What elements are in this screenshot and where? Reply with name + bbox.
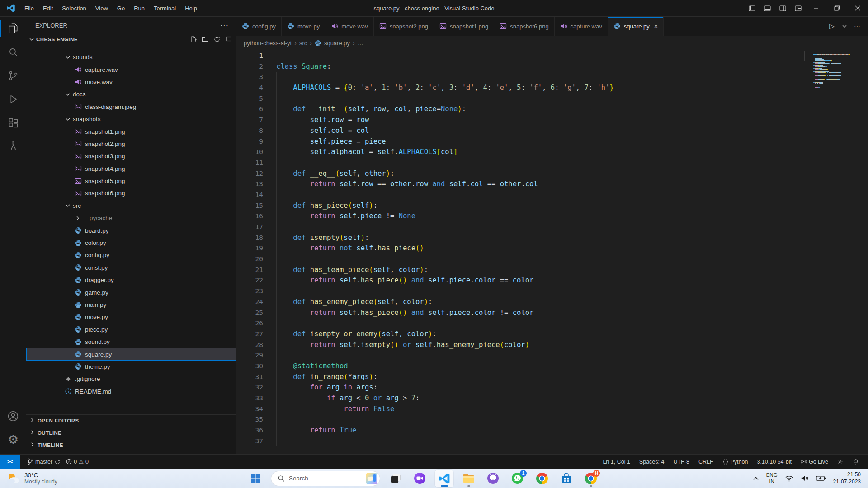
feedback-icon[interactable] [835, 459, 846, 465]
explorer-icon[interactable] [0, 17, 26, 40]
eol-sequence[interactable]: CRLF [696, 459, 716, 465]
breadcrumb-item[interactable]: src [299, 40, 307, 47]
menu-terminal[interactable]: Terminal [149, 3, 180, 14]
run-debug-icon[interactable] [0, 87, 26, 111]
file-README.md[interactable]: README.md [26, 385, 236, 398]
file-color.py[interactable]: color.py [26, 237, 236, 249]
code-line-13[interactable]: 13 return self.row == other.row and self… [236, 179, 868, 190]
explorer-more-actions[interactable]: ··· [220, 21, 229, 29]
taskbar-chrome-profile-icon[interactable]: H [581, 470, 600, 487]
code-line-1[interactable]: 1 [236, 51, 868, 61]
section-timeline[interactable]: TIMELINE [26, 439, 236, 451]
code-line-20[interactable]: 20 [236, 254, 868, 265]
file-board.py[interactable]: board.py [26, 224, 236, 236]
file-const.py[interactable]: const.py [26, 262, 236, 274]
menu-selection[interactable]: Selection [57, 3, 90, 14]
code-line-16[interactable]: 16 return self.piece != None [236, 211, 868, 222]
code-line-21[interactable]: 21 def has_team_piece(self, color): [236, 265, 868, 276]
minimize-button[interactable] [806, 0, 826, 16]
code-editor[interactable]: 12class Square:34 ALPHACOLS = {0: 'a', 1… [236, 50, 868, 454]
editor-more-actions-icon[interactable]: ··· [852, 21, 863, 32]
customize-layout-icon[interactable] [790, 2, 806, 14]
code-line-17[interactable]: 17 [236, 222, 868, 233]
tab-config.py[interactable]: config.py [236, 17, 282, 36]
tab-capture.wav[interactable]: capture.wav [555, 17, 608, 36]
folder-docs[interactable]: docs [26, 88, 236, 100]
file-snapshot1.png[interactable]: snapshot1.png [26, 125, 236, 137]
code-line-36[interactable]: 36 return True [236, 425, 868, 436]
file-move.wav[interactable]: move.wav [26, 76, 236, 88]
menu-file[interactable]: File [20, 3, 38, 14]
battery-icon[interactable] [816, 475, 826, 481]
remote-indicator[interactable]: >< [0, 455, 20, 469]
file-.gitignore[interactable]: .gitignore [26, 373, 236, 385]
restore-button[interactable] [826, 0, 847, 16]
code-line-37[interactable]: 37 [236, 436, 868, 447]
new-folder-icon[interactable] [202, 36, 209, 43]
clock[interactable]: 21:50 21-07-2023 [833, 471, 861, 485]
file-capture.wav[interactable]: capture.wav [26, 63, 236, 75]
file-config.py[interactable]: config.py [26, 249, 236, 261]
breadcrumb-item[interactable]: square.py [324, 40, 350, 47]
git-branch-item[interactable]: master [24, 455, 63, 469]
source-control-icon[interactable] [0, 64, 26, 87]
code-line-30[interactable]: 30 @staticmethod [236, 361, 868, 372]
code-line-31[interactable]: 31 def in_range(*args): [236, 372, 868, 383]
section-outline[interactable]: OUTLINE [26, 427, 236, 439]
language-indicator[interactable]: ENGIN [766, 472, 778, 484]
folder-src[interactable]: src [26, 200, 236, 212]
file-game.py[interactable]: game.py [26, 286, 236, 298]
search-input[interactable]: Search [271, 471, 380, 486]
breadcrumb-item[interactable]: python-chess-ai-yt [244, 40, 292, 47]
extensions-icon[interactable] [0, 111, 26, 134]
taskbar-vscode-icon[interactable] [435, 470, 453, 487]
file-snapshot3.png[interactable]: snapshot3.png [26, 150, 236, 162]
folder-__pycache__[interactable]: __pycache__ [26, 212, 236, 224]
code-line-14[interactable]: 14 [236, 190, 868, 201]
taskbar-github-desktop-icon[interactable] [484, 470, 502, 487]
code-line-24[interactable]: 24 def has_enemy_piece(self, color): [236, 297, 868, 308]
code-line-15[interactable]: 15 def has_piece(self): [236, 201, 868, 211]
indentation[interactable]: Spaces: 4 [637, 459, 667, 465]
start-button[interactable] [246, 470, 265, 487]
account-icon[interactable] [0, 404, 26, 428]
cursor-position[interactable]: Ln 1, Col 1 [600, 459, 632, 465]
code-line-35[interactable]: 35 [236, 414, 868, 425]
go-live-button[interactable]: Go Live [798, 459, 831, 465]
folder-snapshots[interactable]: snapshots [26, 113, 236, 125]
run-python-file-button[interactable]: ▷ [826, 21, 837, 32]
tab-snapshot6.png[interactable]: snapshot6.png [494, 17, 554, 36]
code-line-11[interactable]: 11 [236, 158, 868, 169]
taskbar-squares-app-icon[interactable] [386, 470, 405, 487]
tab-snapshot2.png[interactable]: snapshot2.png [374, 17, 434, 36]
file-snapshot4.png[interactable]: snapshot4.png [26, 163, 236, 175]
settings-gear-icon[interactable]: ⚙ [0, 428, 26, 451]
code-line-33[interactable]: 33 if arg < 0 or arg > 7: [236, 393, 868, 404]
code-line-22[interactable]: 22 return self.has_piece() and self.piec… [236, 275, 868, 286]
python-interpreter[interactable]: 3.10.10 64-bit [754, 459, 794, 465]
code-line-9[interactable]: 9 self.piece = piece [236, 136, 868, 147]
menu-help[interactable]: Help [180, 3, 202, 14]
file-square.py[interactable]: square.py [26, 348, 236, 360]
problems-item[interactable]: 0 ⚠ 0 [63, 455, 91, 469]
file-snapshot6.png[interactable]: snapshot6.png [26, 187, 236, 199]
weather-widget[interactable]: 30°C Mostly cloudy [0, 472, 246, 485]
encoding[interactable]: UTF-8 [670, 459, 692, 465]
tab-close-icon[interactable]: × [654, 23, 658, 30]
taskbar-file-explorer-icon[interactable] [459, 470, 478, 487]
testing-icon[interactable] [0, 134, 26, 158]
file-class-diagram.jpeg[interactable]: class-diagram.jpeg [26, 101, 236, 113]
code-line-19[interactable]: 19 return not self.has_piece() [236, 243, 868, 254]
code-line-26[interactable]: 26 [236, 318, 868, 329]
toggle-sidebar-icon[interactable] [744, 2, 760, 14]
code-line-12[interactable]: 12 def __eq__(self, other): [236, 169, 868, 179]
tab-square.py[interactable]: square.py× [608, 17, 664, 36]
file-sound.py[interactable]: sound.py [26, 336, 236, 348]
taskbar-clipchamp-icon[interactable] [410, 470, 429, 487]
tray-chevron-up-icon[interactable] [753, 476, 759, 481]
code-line-6[interactable]: 6 def __init__(self, row, col, piece=Non… [236, 104, 868, 115]
code-line-10[interactable]: 10 self.alphacol = self.ALPHACOLS[col] [236, 147, 868, 158]
file-move.py[interactable]: move.py [26, 311, 236, 323]
wifi-icon[interactable] [785, 475, 793, 482]
code-line-5[interactable]: 5 [236, 94, 868, 104]
